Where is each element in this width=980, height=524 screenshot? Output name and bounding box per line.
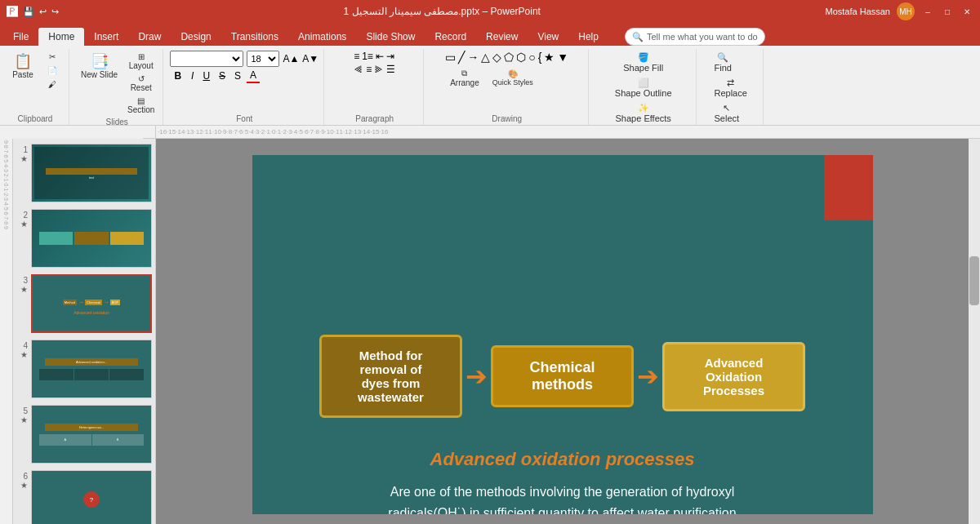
shadow-button[interactable]: S: [231, 69, 244, 82]
flow-box-3[interactable]: Advanced Oxidation Processes: [662, 342, 805, 411]
slide-img-4[interactable]: Advanced oxidation...: [31, 340, 152, 398]
slide-num-3: 3: [16, 274, 28, 285]
layout-button[interactable]: ⊞ Layout: [124, 51, 158, 72]
bullets-button[interactable]: ≡: [354, 51, 359, 62]
reset-button[interactable]: ↺ Reset: [124, 73, 158, 94]
replace-button[interactable]: ⇄ Replace: [710, 76, 750, 100]
shape-more[interactable]: ▼: [557, 51, 568, 64]
user-avatar[interactable]: MH: [897, 2, 915, 20]
flow-box-1[interactable]: Method for removal of dyes from wastewat…: [319, 335, 462, 418]
tab-animations[interactable]: Animations: [288, 28, 356, 46]
shape-star[interactable]: ★: [544, 51, 555, 64]
paste-icon: 📋: [14, 54, 32, 69]
font-family-select[interactable]: [170, 51, 243, 67]
arrange-button[interactable]: ⧉ Arrange: [445, 65, 484, 91]
increase-font-button[interactable]: A▲: [283, 53, 299, 64]
slide-thumb-1[interactable]: 1 ★ text: [16, 144, 152, 202]
slide-thumb-2[interactable]: 2 ★: [16, 209, 152, 268]
slide-num-6: 6: [16, 470, 28, 481]
tab-design[interactable]: Design: [171, 28, 220, 46]
decrease-font-button[interactable]: A▼: [302, 53, 318, 64]
paste-button[interactable]: 📋 Paste: [7, 51, 39, 82]
tab-insert[interactable]: Insert: [84, 28, 128, 46]
font-size-select[interactable]: 18: [247, 51, 279, 67]
shape-triangle[interactable]: △: [481, 51, 490, 64]
tab-slideshow[interactable]: Slide Show: [356, 28, 425, 46]
ribbon: 📋 Paste ✂ 📄 🖌 Clipboard 📑 New Slide ⊞ La…: [0, 46, 980, 126]
star-6: ★: [20, 481, 28, 490]
slide-img-3[interactable]: Method → Chemical → AOP Advanced oxidati…: [31, 274, 152, 333]
tab-home[interactable]: Home: [38, 28, 84, 46]
section-button[interactable]: ▤ Section: [124, 95, 158, 116]
slide-canvas: Method for removal of dyes from wastewat…: [252, 155, 873, 514]
italic-button[interactable]: I: [188, 69, 197, 82]
shape-effects-button[interactable]: ✨ Shape Effects: [612, 101, 675, 125]
flow-box-2-text: Chemical methods: [529, 359, 595, 393]
flow-box-2[interactable]: Chemical methods: [491, 345, 634, 407]
format-painter-button[interactable]: 🖌: [41, 78, 64, 91]
underline-button[interactable]: U: [199, 69, 213, 82]
quick-redo[interactable]: ↪: [51, 7, 59, 17]
tab-record[interactable]: Record: [425, 28, 476, 46]
slide-img-1[interactable]: text: [31, 144, 152, 202]
align-left-button[interactable]: ⫷: [354, 64, 363, 75]
slide-img-6[interactable]: ?: [31, 470, 152, 524]
slide-thumb-5[interactable]: 5 ★ Heterogeneous... A B: [16, 405, 152, 464]
thumb-4-content: Advanced oxidation...: [32, 340, 151, 397]
find-button[interactable]: 🔍 Find: [710, 51, 734, 74]
quick-undo[interactable]: ↩: [39, 7, 47, 17]
slide-img-2[interactable]: [31, 209, 152, 268]
quick-styles-button[interactable]: 🎨 Quick Styles: [488, 66, 538, 90]
right-scrollbar[interactable]: [969, 139, 980, 524]
clipboard-label: Clipboard: [18, 113, 53, 123]
tab-transitions[interactable]: Transitions: [221, 28, 288, 46]
slides-label: Slides: [106, 116, 128, 127]
quick-save[interactable]: 💾: [23, 7, 34, 17]
shape-diamond[interactable]: ◇: [492, 51, 501, 64]
tab-review[interactable]: Review: [476, 28, 528, 46]
shape-pentagon[interactable]: ⬠: [504, 51, 514, 64]
close-btn[interactable]: ✕: [960, 5, 973, 18]
strikethrough-button[interactable]: S: [216, 69, 229, 82]
search-icon: 🔍: [632, 32, 644, 42]
bold-button[interactable]: B: [170, 69, 185, 83]
shape-arrow[interactable]: →: [467, 51, 479, 64]
slide-thumb-4[interactable]: 4 ★ Advanced oxidation...: [16, 340, 152, 398]
minimize-btn[interactable]: –: [921, 5, 934, 18]
scrollbar-thumb-v[interactable]: [969, 256, 979, 305]
tab-file[interactable]: File: [3, 28, 38, 46]
shape-circle[interactable]: ○: [528, 51, 535, 64]
copy-button[interactable]: 📄: [41, 64, 64, 77]
numbering-button[interactable]: 1≡: [362, 51, 373, 62]
shape-rect[interactable]: ▭: [445, 51, 456, 64]
maximize-btn[interactable]: □: [941, 5, 954, 18]
select-button[interactable]: ↖ Select: [710, 101, 742, 125]
slide-img-5[interactable]: Heterogeneous... A B: [31, 405, 152, 464]
ruler-horizontal: ·16·15·14·13·12·11·10·9·8·7·6·5·4·3·2·1·…: [156, 126, 980, 139]
justify-button[interactable]: ☰: [386, 64, 395, 75]
star-4: ★: [20, 350, 28, 359]
tell-me-bar[interactable]: 🔍 Tell me what you want to do: [625, 28, 765, 46]
shape-hexagon[interactable]: ⬡: [516, 51, 526, 64]
red-accent-decoration: [824, 155, 873, 220]
align-right-button[interactable]: ⫸: [374, 64, 384, 75]
thumb-2-content: [32, 210, 151, 267]
tab-view[interactable]: View: [528, 28, 568, 46]
cut-button[interactable]: ✂: [41, 51, 64, 63]
new-slide-button[interactable]: 📑 New Slide: [76, 51, 122, 82]
shape-fill-button[interactable]: 🪣 Shape Fill: [612, 51, 675, 74]
slide-thumb-3[interactable]: 3 ★ Method → Chemical → AOP Advanced oxi…: [16, 274, 152, 333]
shape-outline-button[interactable]: ⬜ Shape Outline: [612, 76, 675, 100]
slide-thumb-6[interactable]: 6 ★ ?: [16, 470, 152, 524]
slide-panel[interactable]: 1 ★ text 2 ★: [13, 139, 156, 524]
indent-increase-button[interactable]: ⇥: [386, 51, 394, 62]
shape-line[interactable]: ╱: [458, 51, 465, 64]
drawing-content: ▭ ╱ → △ ◇ ⬠ ⬡ ○ { ★ ▼ ⧉ Arrange 🎨 Quic: [445, 51, 568, 113]
indent-decrease-button[interactable]: ⇤: [376, 51, 384, 62]
shape-brace[interactable]: {: [538, 51, 542, 64]
font-color-button[interactable]: A: [247, 69, 260, 83]
canvas-area[interactable]: Method for removal of dyes from wastewat…: [156, 139, 969, 524]
align-center-button[interactable]: ≡: [366, 64, 372, 75]
tab-help[interactable]: Help: [568, 28, 608, 46]
tab-draw[interactable]: Draw: [128, 28, 171, 46]
